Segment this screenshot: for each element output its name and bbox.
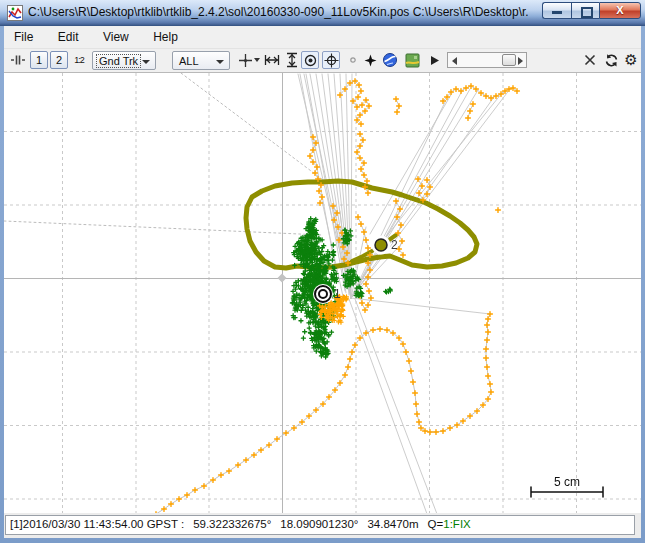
maximize-icon — [581, 7, 593, 18]
fit-horizontal-button[interactable] — [263, 51, 281, 69]
plot-type-select[interactable]: Gnd Trk — [92, 51, 156, 70]
fit-button[interactable] — [236, 51, 254, 69]
menu-edit[interactable]: Edit — [48, 26, 89, 44]
point-star-button[interactable] — [361, 51, 379, 69]
close-icon: X — [600, 4, 640, 16]
map-icon — [405, 53, 420, 68]
gear-icon: ⚙ — [624, 51, 637, 69]
fit-dropdown-button[interactable] — [254, 51, 262, 69]
google-earth-button[interactable] — [381, 51, 399, 69]
plot-area — [4, 72, 641, 514]
fit-icon — [238, 53, 253, 68]
ground-track-plot[interactable] — [4, 73, 641, 514]
status-field: [1]2016/03/30 11:43:54.00 GPST :59.32233… — [5, 515, 635, 535]
minimize-button[interactable] — [542, 2, 571, 19]
plot-type-value: Gnd Trk — [97, 55, 140, 67]
menu-help[interactable]: Help — [143, 26, 188, 44]
status-height: 34.8470m — [367, 518, 418, 530]
time-slider[interactable] — [447, 52, 527, 68]
slider-right-icon[interactable] — [518, 57, 523, 65]
toolbar: 1 2 1:2 Gnd Trk ALL — [4, 49, 641, 72]
status-time: [1]2016/03/30 11:43:54.00 GPST : — [10, 518, 184, 530]
google-earth-icon — [382, 52, 398, 68]
view12-button[interactable]: 1:2 — [70, 51, 88, 69]
slider-thumb[interactable] — [502, 54, 516, 66]
menu-file[interactable]: File — [4, 26, 43, 44]
slider-left-icon[interactable] — [452, 57, 457, 65]
maximize-button[interactable] — [571, 2, 599, 19]
window-title: C:\Users\R\Desktop\rtklib\rtklib_2.4.2\s… — [28, 5, 528, 19]
rtkplot-window: C:\Users\R\Desktop\rtklib\rtklib_2.4.2\s… — [0, 0, 645, 543]
reload-button[interactable] — [602, 51, 620, 69]
menu-bar: File Edit View Help — [4, 26, 641, 49]
status-q-label: Q= — [428, 518, 444, 530]
status-q-value: 1:FIX — [443, 518, 470, 530]
track-center-button[interactable] — [322, 51, 340, 69]
track-center-icon — [324, 53, 339, 68]
minimize-icon — [552, 11, 562, 14]
window-controls: X — [542, 2, 641, 19]
close-x-icon — [583, 53, 597, 67]
fit-vertical-button[interactable] — [283, 51, 301, 69]
options-button[interactable]: ⚙ — [622, 51, 640, 69]
small-dot-icon — [348, 55, 358, 65]
clear-button[interactable] — [581, 51, 599, 69]
fit-vertical-icon — [285, 52, 299, 68]
menu-view[interactable]: View — [93, 26, 139, 44]
app-icon — [7, 5, 23, 21]
status-bar: [1]2016/03/30 11:43:54.00 GPST :59.32233… — [4, 513, 641, 538]
point-small-button[interactable] — [344, 51, 362, 69]
fit-horizontal-icon — [264, 53, 280, 67]
chevron-down-icon — [216, 60, 224, 64]
satellite-filter-value: ALL — [177, 55, 201, 67]
map-view-button[interactable] — [403, 51, 421, 69]
chevron-down-icon — [254, 58, 260, 62]
status-latitude: 59.322332675° — [193, 518, 271, 530]
view2-button[interactable]: 2 — [50, 51, 68, 69]
center-origin-icon — [303, 53, 318, 68]
center-origin-button[interactable] — [301, 51, 319, 69]
title-bar[interactable]: C:\Users\R\Desktop\rtklib\rtklib_2.4.2\s… — [0, 0, 645, 26]
animate-button[interactable] — [425, 51, 443, 69]
status-longitude: 18.090901230° — [280, 518, 358, 530]
grip-icon — [10, 54, 26, 66]
star-point-icon — [363, 53, 378, 68]
refresh-icon — [604, 53, 619, 68]
play-icon — [428, 54, 441, 67]
view1-button[interactable]: 1 — [30, 51, 48, 69]
close-button[interactable]: X — [599, 2, 641, 19]
satellite-filter-select[interactable]: ALL — [172, 51, 230, 70]
chevron-down-icon — [142, 60, 150, 64]
